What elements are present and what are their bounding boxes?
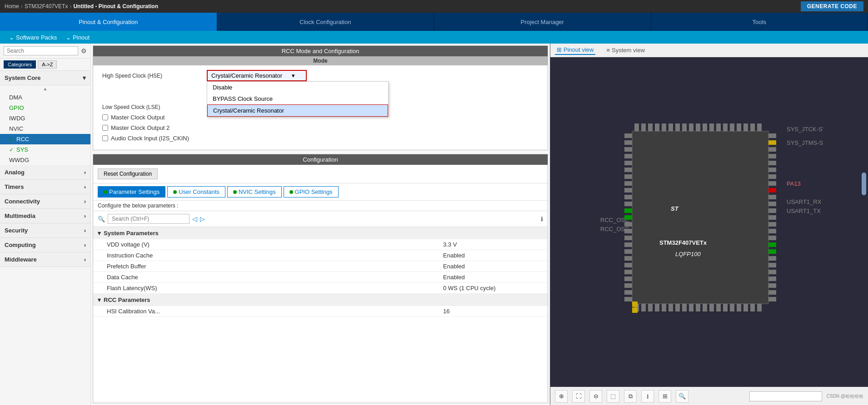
prev-result-icon[interactable]: ◁ [192,215,197,222]
content-area: RCC Mode and Configuration Mode High Spe… [91,44,550,405]
hse-option-crystal[interactable]: Crystal/Ceramic Resonator [207,104,388,117]
hse-option-disable[interactable]: Disable [207,82,388,93]
config-toolbar: Reset Configuration [93,165,548,183]
mco1-checkbox[interactable] [102,114,108,120]
parameter-tab-dot [104,190,107,194]
svg-rect-87 [768,215,776,220]
svg-rect-98 [768,290,776,295]
zoom-in-button[interactable]: ⊕ [555,390,568,403]
config-search-input[interactable] [108,214,190,224]
svg-rect-19 [682,123,687,131]
sidebar-item-gpio[interactable]: GPIO [0,103,90,113]
config-tab-gpio[interactable]: GPIO Settings [284,186,339,198]
sub-tab-bar: ⌄ Software Packs ⌄ Pinout [0,31,868,44]
svg-rect-48 [750,304,755,311]
tab-clock[interactable]: Clock Configuration [217,13,434,31]
breadcrumb: Home › STM32F407VETx › Untitled - Pinout… [0,0,868,13]
mco1-label: Master Clock Output [102,114,165,121]
svg-rect-94 [768,263,776,267]
sidebar-section-computing[interactable]: Computing › [0,238,90,252]
split-button[interactable]: ⫿ [641,390,654,403]
categories-button[interactable]: Categories [4,60,36,69]
tab-tools[interactable]: Tools [651,13,868,31]
sidebar-item-dma[interactable]: DMA [0,92,90,103]
hse-option-bypass[interactable]: BYPASS Clock Source [207,93,388,104]
svg-rect-90 [768,236,776,240]
config-tab-parameters[interactable]: Parameter Settings [98,186,165,198]
home-link[interactable]: Home [5,3,19,10]
search-input[interactable] [4,46,78,55]
tab-system-view[interactable]: ≡ System view [604,46,647,54]
config-tab-user-constants[interactable]: User Constants [167,186,225,198]
layers-button[interactable]: ⧉ [624,390,637,403]
svg-rect-101 [632,307,638,313]
info-icon[interactable]: ℹ [541,216,543,222]
tab-pinout[interactable]: Pinout & Configuration [0,13,217,31]
svg-rect-52 [624,147,632,152]
sub-tab-software-packs[interactable]: ⌄ Software Packs [9,34,57,41]
config-search-bar: 🔍 ◁ ▷ ℹ [93,211,548,227]
chip-svg: SYS_JTCK-SWCK SYS_JTMS-SWDIO PA13 USART1… [596,104,823,340]
mco2-label: Master Clock Output 2 [102,124,170,131]
svg-rect-53 [624,154,632,158]
i2sckin-checkbox[interactable] [102,135,108,141]
svg-rect-33 [648,304,653,311]
az-button[interactable]: A->Z [38,60,57,69]
mco2-checkbox[interactable] [102,125,108,131]
generate-code-button[interactable]: GENERATE CODE [801,1,863,11]
svg-rect-44 [723,304,728,311]
reset-config-button[interactable]: Reset Configuration [98,168,158,179]
hse-dropdown-trigger[interactable]: Crystal/Ceramic Resonator ▾ [207,70,307,81]
svg-rect-89 [768,229,776,233]
sidebar-section-timers[interactable]: Timers › [0,180,90,194]
sidebar-item-rcc[interactable]: ✓ RCC [0,134,90,144]
sidebar-section-analog[interactable]: Analog › [0,165,90,180]
svg-rect-37 [675,304,680,311]
svg-rect-38 [682,304,687,311]
svg-rect-95 [768,270,776,274]
gear-icon[interactable]: ⚙ [81,47,87,54]
search-bottom-button[interactable]: 🔍 [676,390,688,403]
sidebar-section-system-core[interactable]: System Core ▾ [0,71,90,85]
sidebar-section-connectivity[interactable]: Connectivity › [0,194,90,209]
sidebar-item-iwdg[interactable]: IWDG [0,113,90,123]
fit-button[interactable]: ⛶ [572,390,585,403]
scroll-handle[interactable] [862,173,866,195]
svg-rect-46 [737,304,741,311]
bottom-search-input[interactable] [749,391,822,401]
sidebar-item-wwdg[interactable]: WWDG [0,155,90,165]
svg-rect-40 [696,304,700,311]
svg-rect-22 [703,123,707,131]
sidebar-section-middleware[interactable]: Middleware › [0,252,90,267]
tab-project[interactable]: Project Manager [434,13,651,31]
sub-tab-pinout[interactable]: ⌄ Pinout [66,34,90,41]
grid-button[interactable]: ⊞ [658,390,671,403]
next-result-icon[interactable]: ▷ [200,215,205,222]
param-flash: Flash Latency(WS) 0 WS (1 CPU cycle) [93,283,548,294]
svg-rect-12 [634,123,639,131]
svg-rect-67 [624,249,632,254]
tab-pinout-view[interactable]: ⊞ Pinout view [555,45,595,55]
sidebar: ⚙ Categories A->Z System Core ▾ ▲ DMA GP… [0,44,91,405]
sidebar-item-sys[interactable]: ✓ SYS [0,144,90,155]
device-link[interactable]: STM32F407VETx [25,3,68,10]
svg-rect-85 [768,202,776,206]
sidebar-section-multimedia[interactable]: Multimedia › [0,209,90,223]
svg-rect-51 [624,140,632,145]
rcc-params-header[interactable]: ▾ RCC Parameters [93,294,548,306]
svg-rect-16 [662,123,666,131]
hse-select-wrapper: Crystal/Ceramic Resonator ▾ Disable BYPA… [207,70,307,81]
svg-rect-65 [624,236,632,240]
config-tab-nvic[interactable]: NVIC Settings [227,186,282,198]
sidebar-item-nvic[interactable]: NVIC [0,123,90,134]
svg-rect-50 [624,133,632,138]
sys-check-icon: ✓ [9,147,14,153]
param-dcache: Data Cache Enabled [93,272,548,283]
system-params-header[interactable]: ▾ System Parameters [93,227,548,239]
zoom-out-button[interactable]: ⊖ [589,390,602,403]
export-button[interactable]: ⬚ [607,390,619,403]
project-link[interactable]: Untitled - Pinout & Configuration [73,3,158,10]
svg-rect-13 [641,123,646,131]
split-icon: ⫿ [646,393,649,400]
sidebar-section-security[interactable]: Security › [0,223,90,238]
